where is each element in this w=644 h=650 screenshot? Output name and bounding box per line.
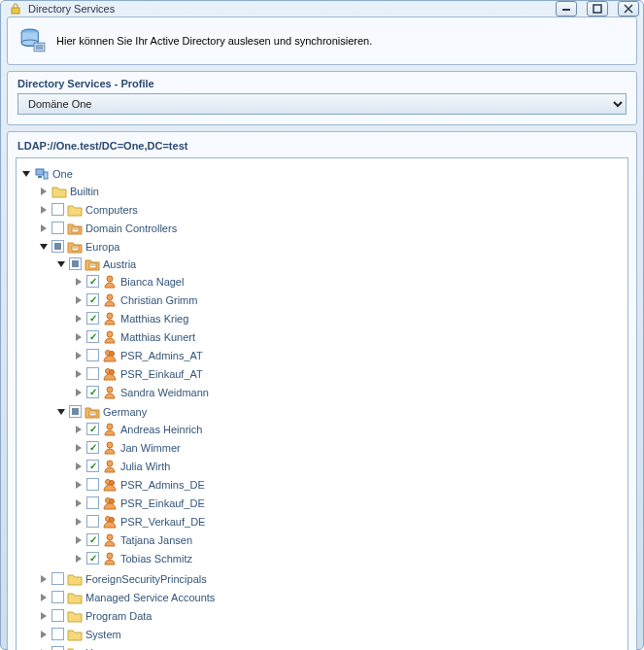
toggle-icon[interactable]	[73, 516, 84, 527]
toggle-icon[interactable]	[38, 592, 49, 602]
titlebar[interactable]: Directory Services	[1, 1, 643, 17]
checkbox[interactable]	[51, 222, 64, 234]
maximize-button[interactable]	[587, 1, 608, 17]
checkbox-checked[interactable]	[86, 293, 99, 306]
node-fsp[interactable]: ForeignSecurityPrincipals	[38, 569, 624, 588]
node-domaincontrollers[interactable]: Domain Controllers	[38, 219, 624, 237]
toggle-icon[interactable]	[73, 276, 84, 287]
checkbox-indeterminate[interactable]	[69, 257, 82, 270]
domain-select[interactable]: Domäne One	[17, 93, 627, 115]
window: Directory Services Hier können Sie Ihr A…	[0, 0, 644, 650]
node-msa[interactable]: Managed Service Accounts	[38, 588, 624, 606]
toggle-icon[interactable]	[73, 313, 84, 324]
toggle-icon[interactable]	[38, 573, 49, 584]
tree-leaf[interactable]: PSR_Admins_DE	[73, 475, 624, 494]
toggle-icon[interactable]	[38, 186, 49, 196]
node-users[interactable]: Users	[38, 643, 624, 650]
toggle-icon[interactable]	[73, 331, 84, 342]
toggle-icon[interactable]	[73, 294, 84, 305]
tree-leaf[interactable]: Matthias Krieg	[73, 309, 624, 327]
user-icon	[102, 440, 118, 456]
node-label: PSR_Verkauf_DE	[120, 516, 205, 528]
toggle-icon[interactable]	[73, 553, 84, 564]
node-system[interactable]: System	[38, 625, 624, 643]
node-germany[interactable]: Germany Andreas Heinrich Jan Wimmer Juli…	[55, 402, 624, 568]
checkbox-indeterminate[interactable]	[69, 405, 82, 418]
checkbox[interactable]	[51, 572, 64, 585]
checkbox-indeterminate[interactable]	[51, 240, 64, 253]
checkbox-checked[interactable]	[86, 386, 99, 398]
node-label: Builtin	[70, 186, 99, 197]
tree-leaf[interactable]: Jan Wimmer	[73, 438, 624, 457]
checkbox-checked[interactable]	[86, 330, 99, 343]
checkbox[interactable]	[51, 591, 64, 603]
toggle-icon[interactable]	[73, 534, 84, 545]
toggle-icon[interactable]	[38, 610, 49, 621]
node-label: ForeignSecurityPrincipals	[85, 573, 207, 585]
group-icon	[102, 496, 118, 511]
checkbox[interactable]	[51, 203, 64, 216]
toggle-icon[interactable]	[73, 387, 84, 397]
tree-leaf[interactable]: Julia Wirth	[73, 457, 624, 475]
node-builtin[interactable]: Builtin	[38, 182, 624, 200]
checkbox-checked[interactable]	[86, 533, 99, 546]
tree-leaf[interactable]: PSR_Einkauf_AT	[73, 364, 624, 383]
profile-heading: Directory Services - Profile	[8, 72, 636, 93]
toggle-icon[interactable]	[73, 479, 84, 490]
node-label: PSR_Admins_DE	[120, 479, 205, 491]
toggle-icon[interactable]	[38, 241, 49, 252]
tree-leaf[interactable]: Andreas Heinrich	[73, 420, 624, 438]
node-programdata[interactable]: Program Data	[38, 606, 624, 625]
checkbox-checked[interactable]	[86, 275, 99, 288]
tree-view[interactable]: One Builtin	[16, 157, 628, 650]
node-austria[interactable]: Austria Bianca Nagel Christian Grimm Mat…	[55, 255, 624, 402]
tree-leaf[interactable]: Christian Grimm	[73, 291, 624, 309]
checkbox[interactable]	[51, 628, 64, 640]
checkbox[interactable]	[86, 515, 99, 528]
toggle-icon[interactable]	[55, 258, 66, 269]
checkbox[interactable]	[86, 367, 99, 380]
user-icon	[102, 292, 118, 308]
tree-leaf[interactable]: Bianca Nagel	[73, 272, 624, 291]
node-label: Julia Wirth	[120, 461, 170, 472]
checkbox[interactable]	[86, 478, 99, 491]
toggle-icon[interactable]	[38, 222, 49, 233]
close-button[interactable]	[618, 1, 639, 17]
tree-leaf[interactable]: PSR_Verkauf_DE	[73, 512, 624, 530]
toggle-icon[interactable]	[73, 368, 84, 379]
toggle-icon[interactable]	[55, 406, 66, 417]
minimize-button[interactable]	[556, 1, 577, 17]
tree-leaf[interactable]: PSR_Einkauf_DE	[73, 494, 624, 512]
checkbox-checked[interactable]	[86, 441, 99, 454]
toggle-icon[interactable]	[73, 461, 84, 471]
checkbox-checked[interactable]	[86, 460, 99, 472]
group-icon	[102, 366, 118, 382]
tree-root[interactable]: One Builtin	[20, 164, 624, 650]
group-icon	[102, 348, 118, 363]
toggle-icon[interactable]	[20, 168, 31, 179]
tree-leaf[interactable]: Matthias Kunert	[73, 327, 624, 346]
checkbox[interactable]	[51, 646, 64, 650]
checkbox[interactable]	[86, 349, 99, 361]
tree-leaf[interactable]: Tobias Schmitz	[73, 549, 624, 567]
node-label: Matthias Krieg	[120, 313, 188, 325]
node-europa[interactable]: Europa Austria	[38, 237, 624, 569]
toggle-icon[interactable]	[38, 204, 49, 215]
toggle-icon[interactable]	[73, 424, 84, 434]
toggle-icon[interactable]	[73, 350, 84, 360]
tree-leaf[interactable]: PSR_Admins_AT	[73, 346, 624, 364]
toggle-icon[interactable]	[38, 629, 49, 639]
user-icon	[102, 274, 118, 290]
info-banner: Hier können Sie Ihr Active Directory aus…	[7, 17, 637, 65]
checkbox-checked[interactable]	[86, 312, 99, 325]
toggle-icon[interactable]	[73, 497, 84, 508]
checkbox-checked[interactable]	[86, 423, 99, 435]
ou-icon	[67, 221, 83, 236]
toggle-icon[interactable]	[73, 442, 84, 453]
tree-leaf[interactable]: Tatjana Jansen	[73, 530, 624, 549]
node-computers[interactable]: Computers	[38, 200, 624, 219]
checkbox[interactable]	[51, 609, 64, 622]
tree-leaf[interactable]: Sandra Weidmann	[73, 383, 624, 401]
checkbox-checked[interactable]	[86, 552, 99, 564]
checkbox[interactable]	[86, 496, 99, 509]
